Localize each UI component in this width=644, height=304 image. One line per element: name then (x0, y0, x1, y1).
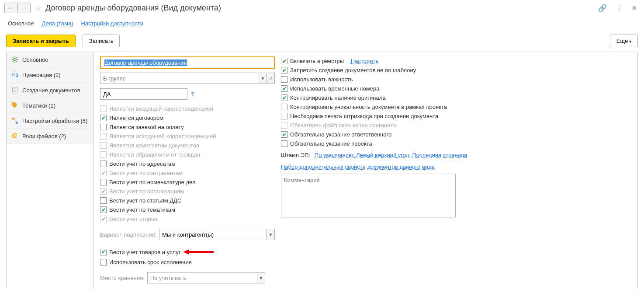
checkbox (100, 142, 107, 149)
checkbox[interactable] (100, 249, 107, 255)
checkbox (100, 216, 107, 222)
checkbox[interactable] (281, 104, 287, 110)
sidebar-item-2[interactable]: Создание документов (7, 83, 93, 98)
checkbox-label: Использовать временные номера (290, 85, 379, 92)
name-input-value: Договор аренды оборудования (104, 59, 187, 66)
checkbox-label: Является обращением от граждан (109, 151, 200, 158)
checkbox-label: Вести учет по организациям (109, 188, 184, 195)
checkbox-label: Вести учет по тематикам (109, 206, 175, 213)
checkbox-label: Вести учет по контрагентам (109, 170, 183, 176)
signing-input[interactable] (159, 229, 267, 240)
checkbox (281, 122, 287, 129)
gear-icon (11, 56, 19, 63)
link-icon[interactable]: 🔗 (596, 4, 609, 12)
extra-props-link[interactable]: Набор дополнительных свойств документов … (281, 164, 435, 170)
code-input[interactable] (100, 88, 187, 100)
sidebar-item-3[interactable]: Тематики (1) (7, 98, 93, 113)
nav-back-button[interactable]: ← (4, 3, 17, 13)
kebab-menu-icon[interactable]: ⋮ (613, 4, 625, 12)
close-icon[interactable]: ✕ (629, 4, 640, 12)
checkbox-label: Необходима печать штрихкода при создании… (290, 113, 438, 119)
svg-marker-13 (183, 249, 189, 255)
sidebar-item-0[interactable]: Основное (7, 52, 93, 67)
storage-dropdown-button[interactable]: ▼ (257, 273, 265, 283)
checkbox-label: Обязательно указание ответственного (290, 131, 391, 138)
checkbox[interactable] (100, 161, 107, 167)
sidebar-item-label: Роли файлов (2) (22, 133, 66, 140)
sidebar-item-label: Настройки обработки (5) (22, 118, 87, 124)
checkbox[interactable] (100, 179, 107, 185)
group-dropdown-button[interactable]: ▼ (259, 73, 267, 84)
stamp-label: Штамп ЭП: (281, 152, 310, 158)
help-icon[interactable]: ? (191, 91, 194, 98)
checkbox (100, 151, 107, 158)
checkbox-label: Контролировать уникальность документа в … (290, 104, 447, 110)
checkbox (100, 188, 107, 195)
comment-textarea[interactable] (281, 174, 456, 217)
checkbox-label: Использовать срок исполнения (109, 259, 192, 266)
svg-text:2: 2 (14, 72, 15, 76)
checkbox-label: Использовать важность (290, 76, 353, 83)
tab-main[interactable]: Основное (8, 20, 34, 27)
checkbox[interactable] (281, 131, 287, 138)
doc-icon (11, 86, 19, 94)
tab-cases[interactable]: Дела (тома) (42, 20, 73, 27)
files-icon (11, 132, 19, 140)
group-input[interactable] (100, 73, 259, 84)
checkbox-label: Вести учет сторон (109, 216, 157, 222)
svg-rect-9 (16, 122, 18, 124)
checkbox[interactable] (100, 115, 107, 121)
page-title: Договор аренды оборудования (Вид докумен… (45, 3, 221, 13)
checkbox (100, 105, 107, 112)
checkbox[interactable] (281, 85, 287, 92)
sidebar-item-5[interactable]: Роли файлов (2) (7, 129, 93, 144)
checkbox-label: Вести учет товаров и услуг (109, 249, 180, 255)
name-input[interactable]: Договор аренды оборудования (100, 56, 275, 69)
tab-access[interactable]: Настройки доступности (81, 20, 143, 27)
signing-dropdown-button[interactable]: ▼ (267, 229, 274, 240)
checkbox[interactable] (281, 58, 287, 64)
svg-point-0 (14, 58, 16, 61)
checkbox-label: Является входящей корреспонденцией (109, 105, 213, 112)
svg-text:3: 3 (16, 73, 18, 78)
flow-icon (11, 117, 19, 125)
checkbox-label: Обязателен файл скан-копии оригинала (290, 122, 397, 129)
checkbox[interactable] (281, 140, 287, 147)
group-open-button[interactable]: ↗ (267, 73, 274, 84)
checkbox[interactable] (100, 197, 107, 204)
checkbox-label: Контролировать наличие оригинала (290, 94, 386, 101)
svg-rect-11 (14, 133, 17, 137)
checkbox (100, 133, 107, 140)
more-button[interactable]: Еще (610, 35, 638, 47)
checkbox-label: Вести учет по номенклатуре дел (109, 179, 195, 185)
checkbox-label: Вести учет по статьям ДДС (109, 197, 181, 204)
checkbox[interactable] (281, 94, 287, 101)
storage-input[interactable] (148, 273, 257, 283)
nav-forward-button[interactable]: → (17, 3, 31, 13)
checkbox[interactable] (100, 124, 107, 130)
sidebar-item-label: Основное (22, 56, 48, 63)
checkbox (100, 170, 107, 176)
checkbox-label: Обязательно указание проекта (290, 140, 372, 147)
checkbox-label: Является комплектом документов (109, 142, 199, 149)
checkbox[interactable] (100, 259, 107, 266)
checkbox[interactable] (281, 113, 287, 119)
checkbox[interactable] (281, 76, 287, 83)
checkbox-label: Включить в реестры (290, 58, 344, 64)
sidebar-item-1[interactable]: 123Нумерация (2) (7, 67, 93, 83)
favorite-star-icon[interactable]: ☆ (34, 3, 42, 13)
save-button[interactable]: Записать (83, 35, 120, 47)
tag-icon (11, 101, 19, 109)
save-close-button[interactable]: Записать и закрыть (6, 35, 76, 47)
stamp-config-link[interactable]: По умолчанию: Левый верхний угол, Послед… (315, 152, 467, 158)
num-icon: 123 (11, 71, 19, 79)
checkbox-label: Вести учет по адресатам (109, 161, 175, 167)
checkbox[interactable] (100, 206, 107, 213)
checkbox-label: Является заявкой на оплату (109, 124, 184, 130)
signing-label: Вариант подписания: (100, 231, 156, 238)
checkbox-link[interactable]: Настроить (351, 58, 379, 64)
sidebar-item-4[interactable]: Настройки обработки (5) (7, 113, 93, 129)
svg-rect-8 (12, 118, 14, 120)
sidebar-item-label: Тематики (1) (22, 102, 55, 109)
checkbox[interactable] (281, 67, 287, 73)
